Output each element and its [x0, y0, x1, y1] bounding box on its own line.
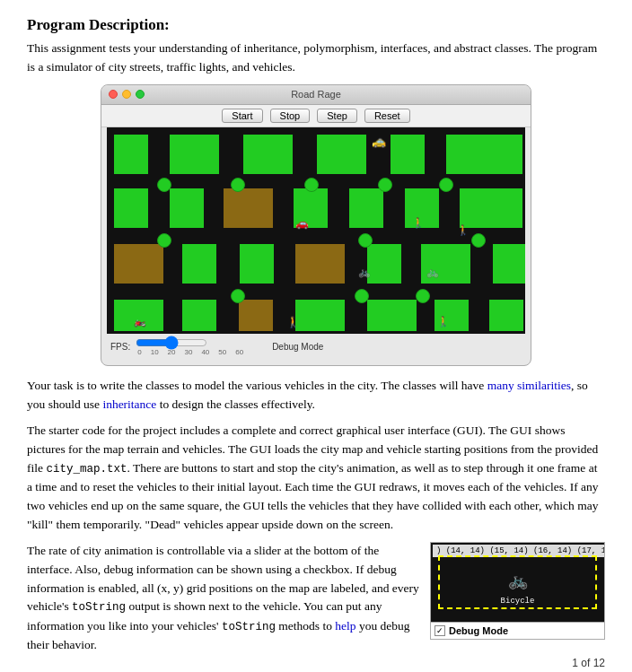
bottom-section: The rate of city animation is controllab… — [27, 542, 605, 662]
fps-label: FPS: — [110, 342, 130, 352]
page-title: Program Description: — [27, 16, 605, 34]
fps-bar: FPS: 0 10 20 30 40 50 60 Debug Mode — [101, 334, 531, 360]
start-button[interactable]: Start — [222, 109, 262, 123]
simulator-window: Road Rage Start Stop Step Reset — [101, 84, 531, 366]
filename-code: city_map.txt — [46, 463, 127, 476]
intro-paragraph: This assignment tests your understanding… — [27, 39, 605, 77]
window-title: Road Rage — [291, 89, 341, 100]
stop-button[interactable]: Stop — [270, 109, 311, 123]
simulator-container: Road Rage Start Stop Step Reset — [27, 84, 605, 366]
close-button[interactable] — [109, 90, 118, 99]
simulator-toolbar: Start Stop Step Reset — [101, 105, 531, 127]
bicycle-icon: 🚲 — [508, 570, 528, 589]
debug-image: ) (14, 14) (15, 14) (16, 14) (17, 14) (1… — [430, 542, 605, 623]
debug-vehicle-label: Bicycle — [501, 597, 535, 606]
paragraph1: Your task is to write the classes to mod… — [27, 377, 605, 415]
fps-slider[interactable] — [136, 337, 207, 348]
step-button[interactable]: Step — [317, 109, 357, 123]
tostring-code-2: toString — [222, 621, 276, 633]
debug-mode-row: ✓ Debug Mode — [430, 623, 605, 640]
debug-checkbox[interactable]: ✓ — [434, 625, 445, 636]
debug-screenshot: ) (14, 14) (15, 14) (16, 14) (17, 14) (1… — [430, 542, 605, 640]
fps-ticks: 0 10 20 30 40 50 60 — [137, 348, 243, 356]
tostring-code-1: toString — [72, 601, 126, 614]
window-titlebar: Road Rage — [101, 85, 531, 105]
paragraph3: The rate of city animation is controllab… — [27, 542, 419, 662]
debug-mode-text: Debug Mode — [449, 625, 508, 636]
minimize-button[interactable] — [122, 90, 131, 99]
maximize-button[interactable] — [136, 90, 145, 99]
reset-button[interactable]: Reset — [364, 109, 410, 123]
paragraph2: The starter code for the project include… — [27, 422, 605, 535]
window-dots — [109, 90, 145, 99]
game-canvas: 🚕 🚗 🚶 🚶 🚲 🚲 🏍️ 🚶 🚶 — [107, 127, 525, 334]
page-number: 1 of 12 — [572, 657, 605, 669]
debug-mode-label: Debug Mode — [272, 342, 323, 352]
